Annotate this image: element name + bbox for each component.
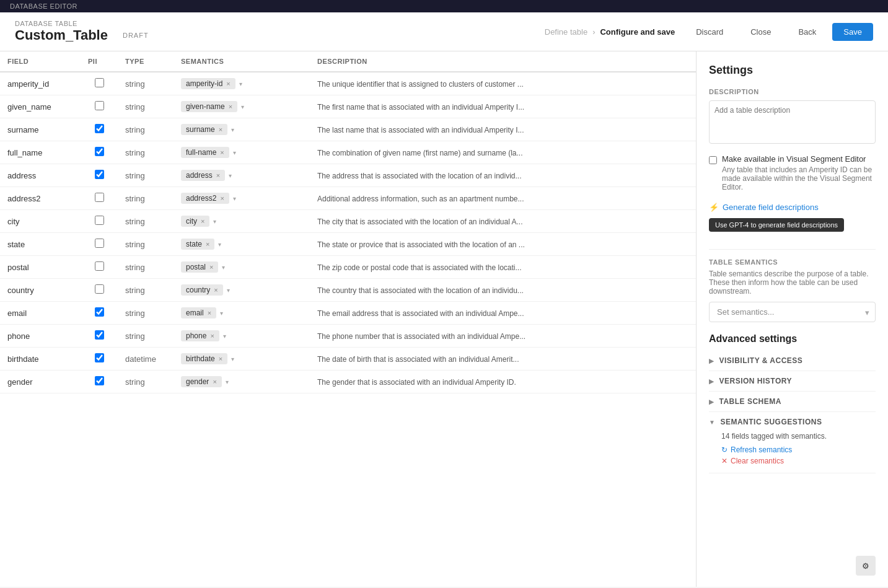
visual-segment-checkbox[interactable]	[709, 156, 717, 165]
tag-remove-icon[interactable]: ×	[216, 172, 220, 179]
tag-remove-icon[interactable]: ×	[219, 355, 222, 362]
pii-checkbox[interactable]	[95, 147, 104, 156]
pii-checkbox[interactable]	[95, 330, 104, 340]
accordion-suggestions-header[interactable]: ▼ SEMANTIC SUGGESTIONS	[709, 412, 876, 432]
pii-checkbox[interactable]	[95, 353, 104, 362]
pii-cell	[81, 348, 118, 371]
col-type: TYPE	[118, 51, 174, 72]
discard-button[interactable]: Discard	[685, 23, 734, 41]
tag-remove-icon[interactable]: ×	[209, 263, 213, 271]
chevron-down-icon[interactable]: ▾	[223, 333, 226, 340]
semantics-cell: amperity-id ×▾	[174, 72, 310, 95]
pii-checkbox[interactable]	[95, 307, 104, 317]
tag-remove-icon[interactable]: ×	[206, 240, 209, 248]
pii-checkbox[interactable]	[95, 216, 104, 225]
field-name: country	[7, 286, 34, 295]
type-label: string	[125, 263, 145, 272]
type-cell: string	[118, 279, 174, 302]
semantics-cell: address2 ×▾	[174, 187, 310, 210]
type-label: string	[125, 286, 145, 295]
table-name: Custom_Table	[15, 27, 108, 43]
tag-remove-icon[interactable]: ×	[229, 103, 232, 110]
type-label: string	[125, 148, 145, 157]
description-textarea[interactable]	[709, 100, 876, 144]
pii-cell	[81, 164, 118, 187]
tag-remove-icon[interactable]: ×	[201, 217, 204, 225]
gear-icon-button[interactable]: ⚙	[856, 556, 876, 576]
field-name: address2	[7, 194, 40, 203]
description-text: The date of birth that is associated wit…	[317, 355, 519, 364]
chevron-down-icon[interactable]: ▾	[213, 218, 216, 225]
description-text: The last name that is associated with an…	[317, 126, 524, 134]
accordion-version-header[interactable]: ▶ VERSION HISTORY	[709, 371, 876, 391]
tag-remove-icon[interactable]: ×	[208, 309, 211, 317]
top-bar: DATABASE EDITOR	[0, 0, 888, 12]
back-button[interactable]: Back	[787, 23, 827, 41]
semantic-tag: surname ×	[181, 124, 227, 135]
tag-remove-icon[interactable]: ×	[213, 378, 216, 385]
field-name: state	[7, 240, 25, 249]
chevron-down-icon[interactable]: ▾	[229, 172, 232, 179]
chevron-down-icon[interactable]: ▾	[227, 287, 230, 294]
description-cell: The first name that is associated with a…	[310, 95, 696, 118]
chevron-down-icon[interactable]: ▾	[239, 81, 242, 87]
pii-cell	[81, 210, 118, 233]
tag-remove-icon[interactable]: ×	[219, 126, 222, 133]
pii-checkbox[interactable]	[95, 78, 104, 87]
chevron-down-icon[interactable]: ▾	[222, 264, 225, 271]
semantics-cell: state ×▾	[174, 233, 310, 256]
accordion-visibility-header[interactable]: ▶ VISIBILITY & ACCESS	[709, 351, 876, 371]
tag-remove-icon[interactable]: ×	[226, 80, 230, 87]
col-field: FIELD	[0, 51, 81, 72]
semantics-cell-inner: full-name ×▾	[181, 147, 302, 158]
pii-checkbox[interactable]	[95, 239, 104, 248]
semantic-tag: postal ×	[181, 261, 218, 273]
description-cell: The phone number that is associated with…	[310, 325, 696, 348]
table-semantics-label: TABLE SEMANTICS	[709, 258, 876, 266]
accordion-version: ▶ VERSION HISTORY	[709, 371, 876, 392]
refresh-semantics-button[interactable]: ↻ Refresh semantics	[721, 444, 792, 455]
set-semantics-select[interactable]: Set semantics...	[709, 302, 876, 322]
pii-checkbox[interactable]	[95, 124, 104, 133]
tag-remove-icon[interactable]: ×	[220, 195, 224, 202]
semantic-tag: address ×	[181, 170, 225, 181]
chevron-down-icon[interactable]: ▾	[226, 379, 229, 385]
semantics-cell: city ×▾	[174, 210, 310, 233]
visibility-label: VISIBILITY & ACCESS	[719, 356, 803, 365]
chevron-down-icon[interactable]: ▾	[241, 103, 244, 110]
generate-descriptions-button[interactable]: ⚡ Generate field descriptions	[709, 200, 819, 214]
semantic-tag: country ×	[181, 284, 223, 296]
field-name: postal	[7, 263, 29, 272]
pii-checkbox[interactable]	[95, 101, 104, 110]
close-button[interactable]: Close	[739, 23, 782, 41]
chevron-down-icon[interactable]: ▾	[231, 126, 234, 133]
pii-checkbox[interactable]	[95, 261, 104, 271]
table-row: phonestringphone ×▾The phone number that…	[0, 325, 696, 348]
semantic-tag: city ×	[181, 216, 209, 227]
chevron-down-icon[interactable]: ▾	[233, 195, 236, 202]
semantics-cell: birthdate ×▾	[174, 348, 310, 371]
pii-checkbox[interactable]	[95, 170, 104, 179]
refresh-icon: ↻	[721, 445, 728, 454]
save-button[interactable]: Save	[832, 23, 873, 41]
type-label: string	[125, 217, 145, 226]
tag-remove-icon[interactable]: ×	[210, 332, 214, 340]
chevron-down-icon[interactable]: ▾	[231, 356, 234, 362]
accordion-schema-header[interactable]: ▶ TABLE SCHEMA	[709, 392, 876, 411]
settings-title: Settings	[709, 64, 876, 77]
pii-checkbox[interactable]	[95, 284, 104, 294]
chevron-down-icon[interactable]: ▾	[233, 149, 236, 156]
tag-remove-icon[interactable]: ×	[214, 286, 218, 294]
pii-checkbox[interactable]	[95, 376, 104, 385]
pii-cell	[81, 141, 118, 164]
description-cell: The address that is associated with the …	[310, 164, 696, 187]
description-text: Additional address information, such as …	[317, 195, 524, 203]
type-cell: string	[118, 164, 174, 187]
chevron-down-icon[interactable]: ▾	[218, 241, 221, 248]
tag-remove-icon[interactable]: ×	[220, 149, 224, 156]
clear-semantics-button[interactable]: ✕ Clear semantics	[721, 455, 784, 467]
pii-checkbox[interactable]	[95, 193, 104, 202]
semantics-cell-inner: given-name ×▾	[181, 101, 302, 112]
chevron-down-icon[interactable]: ▾	[220, 310, 223, 317]
description-cell: Additional address information, such as …	[310, 187, 696, 210]
